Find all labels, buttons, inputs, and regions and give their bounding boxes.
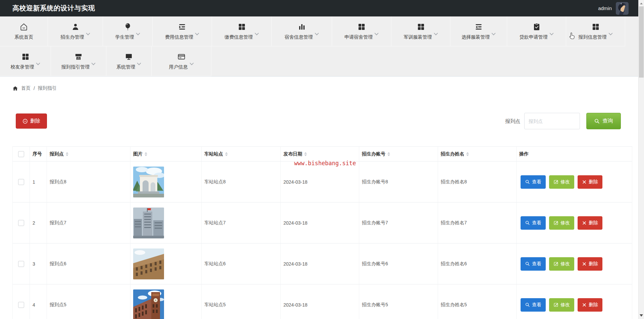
delete-row-button[interactable]: 删除 bbox=[578, 216, 602, 230]
row-checkbox[interactable] bbox=[18, 261, 24, 267]
sort-icon[interactable] bbox=[145, 152, 147, 156]
sort-icon[interactable] bbox=[304, 152, 307, 156]
view-button[interactable]: 查看 bbox=[521, 175, 546, 189]
row-checkbox-cell bbox=[13, 284, 30, 319]
column-header: 序号 bbox=[30, 147, 47, 162]
nav-row-1: 系统首页招生办管理学生管理费用信息管理缴费信息管理宿舍信息管理申请宿舍管理军训服… bbox=[0, 16, 644, 46]
nav-item-label: 报到指引管理 bbox=[61, 64, 90, 70]
search-input[interactable] bbox=[524, 113, 580, 129]
top-bar: 高校迎新系统的设计与实现 admin bbox=[0, 0, 644, 16]
edit-button[interactable]: 修改 bbox=[549, 216, 574, 230]
nav-item-dorm-apply[interactable]: 申请宿舍管理 bbox=[332, 16, 391, 46]
close-icon bbox=[582, 303, 587, 307]
edit-button[interactable]: 修改 bbox=[549, 175, 574, 189]
user-avatar[interactable] bbox=[616, 2, 629, 15]
sort-icon[interactable] bbox=[466, 152, 469, 156]
delete-row-button[interactable]: 删除 bbox=[578, 175, 602, 189]
nav-item-loan-apply[interactable]: 贷款申请管理 bbox=[507, 16, 566, 46]
row-checkbox-cell bbox=[13, 162, 30, 202]
scrollbar-down-icon[interactable] bbox=[639, 313, 644, 318]
search-icon bbox=[594, 118, 600, 124]
chevron-down-icon bbox=[255, 33, 259, 36]
cell-station: 车站站点7 bbox=[202, 202, 281, 243]
cell-index: 4 bbox=[30, 284, 47, 319]
user-menu[interactable]: admin bbox=[598, 2, 629, 15]
edit-icon bbox=[553, 179, 558, 184]
scrollbar-thumb[interactable] bbox=[639, 6, 644, 78]
edit-button[interactable]: 修改 bbox=[549, 298, 574, 312]
nav-item-students[interactable]: 学生管理 bbox=[103, 16, 153, 46]
view-button[interactable]: 查看 bbox=[521, 298, 546, 312]
watermark: www.bishebang.site bbox=[294, 160, 356, 167]
cell-index: 1 bbox=[30, 162, 47, 202]
list-indent-icon bbox=[178, 22, 186, 31]
nav-item-alumni[interactable]: 校友录管理 bbox=[0, 46, 51, 76]
nav-item-payment-info[interactable]: 缴费信息管理 bbox=[212, 16, 272, 46]
cell-photo bbox=[130, 202, 202, 243]
select-all-checkbox[interactable] bbox=[18, 151, 24, 157]
user-name: admin bbox=[598, 5, 612, 11]
row-photo[interactable] bbox=[133, 167, 164, 197]
nav-item-system[interactable]: 系统管理 bbox=[106, 46, 152, 76]
breadcrumb-current: 报到指引 bbox=[38, 85, 57, 91]
nav-item-label: 报到信息管理 bbox=[579, 34, 607, 40]
column-header: 发布日期 bbox=[281, 147, 359, 162]
row-checkbox-cell bbox=[13, 243, 30, 284]
cell-name: 招生办姓名5 bbox=[438, 284, 517, 319]
nav-item-admissions-office[interactable]: 招生办管理 bbox=[48, 16, 103, 46]
vertical-scrollbar[interactable] bbox=[638, 0, 644, 319]
edit-icon bbox=[553, 261, 558, 266]
column-header: 报到点 bbox=[47, 147, 130, 162]
nav-item-fee-info[interactable]: 费用信息管理 bbox=[153, 16, 212, 46]
row-checkbox-cell bbox=[13, 202, 30, 243]
person-icon bbox=[71, 22, 80, 31]
shop-icon bbox=[74, 52, 83, 61]
nav-item-uniform-select[interactable]: 选择服装管理 bbox=[450, 16, 507, 46]
nav-item-report-guide[interactable]: 报到指引管理 bbox=[51, 46, 106, 76]
sort-icon[interactable] bbox=[225, 152, 228, 156]
nav-item-user-info[interactable]: 用户信息 bbox=[152, 46, 211, 76]
column-header: 车站站点 bbox=[202, 147, 281, 162]
column-header: 招生办账号 bbox=[359, 147, 438, 162]
batch-delete-button[interactable]: 删除 bbox=[16, 113, 47, 129]
cell-station: 车站站点8 bbox=[202, 162, 281, 202]
delete-row-button[interactable]: 删除 bbox=[578, 298, 602, 312]
cell-account: 招生办账号8 bbox=[359, 162, 438, 202]
search-icon bbox=[525, 261, 530, 266]
cell-actions: 查看修改删除 bbox=[517, 284, 632, 319]
nav-item-label: 系统管理 bbox=[116, 64, 135, 70]
row-photo[interactable] bbox=[133, 208, 164, 238]
query-button[interactable]: 查询 bbox=[586, 113, 621, 129]
grid-icon bbox=[237, 22, 246, 31]
cell-photo bbox=[130, 284, 202, 319]
nav-item-military-uniform[interactable]: 军训服装管理 bbox=[391, 16, 450, 46]
nav-item-label: 缴费信息管理 bbox=[225, 34, 253, 40]
cell-station: 车站站点5 bbox=[202, 284, 281, 319]
nav-item-report-info[interactable]: 报到信息管理 bbox=[566, 16, 625, 46]
nav-item-home[interactable]: 系统首页 bbox=[0, 16, 48, 46]
cell-station: 车站站点6 bbox=[202, 243, 281, 284]
view-button[interactable]: 查看 bbox=[521, 216, 546, 230]
scrollbar-up-icon[interactable] bbox=[639, 1, 644, 6]
row-photo[interactable] bbox=[133, 248, 164, 279]
monitor-icon bbox=[124, 52, 133, 61]
nav-item-dorm-info[interactable]: 宿舍信息管理 bbox=[272, 16, 332, 46]
chevron-down-icon bbox=[86, 33, 90, 36]
row-checkbox[interactable] bbox=[18, 179, 24, 185]
cell-account: 招生办账号6 bbox=[359, 243, 438, 284]
search-icon bbox=[525, 220, 530, 225]
cell-point: 报到点5 bbox=[47, 284, 130, 319]
chevron-down-icon bbox=[315, 33, 319, 36]
row-checkbox[interactable] bbox=[18, 302, 24, 308]
chevron-down-icon bbox=[91, 62, 96, 65]
row-photo[interactable] bbox=[133, 289, 164, 319]
chevron-down-icon bbox=[36, 62, 40, 65]
chevron-down-icon bbox=[137, 62, 141, 65]
sort-icon[interactable] bbox=[66, 152, 68, 156]
delete-row-button[interactable]: 删除 bbox=[578, 257, 602, 271]
sort-icon[interactable] bbox=[387, 152, 390, 156]
edit-button[interactable]: 修改 bbox=[549, 257, 574, 271]
row-checkbox[interactable] bbox=[18, 220, 24, 226]
view-button[interactable]: 查看 bbox=[521, 257, 546, 271]
breadcrumb-home[interactable]: 首页 bbox=[21, 85, 31, 91]
